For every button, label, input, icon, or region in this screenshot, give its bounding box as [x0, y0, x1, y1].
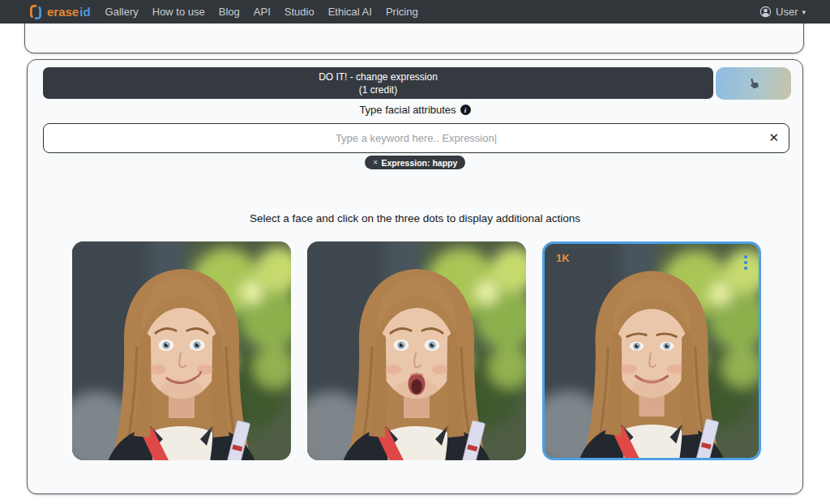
navbar: erase id Gallery How to use Blog API Stu…: [0, 0, 830, 23]
brand-text-erase: erase: [47, 5, 79, 19]
nav-item-studio[interactable]: Studio: [285, 6, 314, 18]
gallery-instruction: Select a face and click on the three dot…: [28, 212, 802, 224]
clear-input-icon[interactable]: ✕: [768, 130, 779, 145]
face-image-surprised[interactable]: [307, 241, 526, 460]
user-label: User: [776, 6, 798, 18]
tutorial-click-overlay: [716, 67, 791, 100]
page: erase id Gallery How to use Blog API Stu…: [0, 0, 830, 504]
keyword-input-wrap: ✕: [43, 123, 789, 153]
eraseid-logo-icon: [29, 4, 42, 20]
expression-chip[interactable]: ✕ Expression: happy: [365, 156, 466, 169]
three-dots-menu-icon[interactable]: [742, 254, 749, 271]
chip-row: ✕ Expression: happy: [28, 156, 802, 169]
do-it-button[interactable]: DO IT! - change expression (1 credit): [43, 67, 713, 99]
user-menu[interactable]: User ▾: [759, 6, 806, 18]
chevron-down-icon: ▾: [802, 8, 806, 16]
face-photo: [307, 241, 526, 460]
do-it-button-label: DO IT! - change expression: [319, 71, 438, 83]
nav-item-ethical-ai[interactable]: Ethical AI: [328, 6, 372, 18]
change-expression-card: DO IT! - change expression (1 credit) Ty…: [27, 59, 803, 494]
nav-item-api[interactable]: API: [254, 6, 271, 18]
user-icon: [759, 6, 772, 18]
nav-item-blog[interactable]: Blog: [219, 6, 240, 18]
brand-text-id: id: [79, 5, 90, 19]
nav-item-gallery[interactable]: Gallery: [105, 6, 139, 18]
resolution-badge: 1K: [556, 252, 570, 264]
attributes-label-row: Type facial attributes i: [28, 104, 802, 116]
keyword-input[interactable]: [43, 123, 789, 153]
brand-logo[interactable]: erase id: [29, 4, 91, 20]
attributes-label: Type facial attributes: [359, 104, 456, 116]
nav-item-pricing[interactable]: Pricing: [386, 6, 418, 18]
chip-label: Expression: happy: [381, 158, 457, 168]
hand-pointer-icon: [747, 76, 761, 91]
nav-item-how-to-use[interactable]: How to use: [152, 6, 205, 18]
face-photo: [72, 241, 291, 460]
do-it-button-credit: (1 credit): [359, 84, 397, 96]
nav-menu: Gallery How to use Blog API Studio Ethic…: [105, 6, 418, 18]
face-image-happy-selected[interactable]: 1K: [542, 241, 761, 460]
face-image-original[interactable]: [72, 241, 291, 460]
face-photo: [545, 244, 759, 458]
info-icon[interactable]: i: [460, 105, 471, 115]
chip-close-icon[interactable]: ✕: [373, 159, 379, 166]
